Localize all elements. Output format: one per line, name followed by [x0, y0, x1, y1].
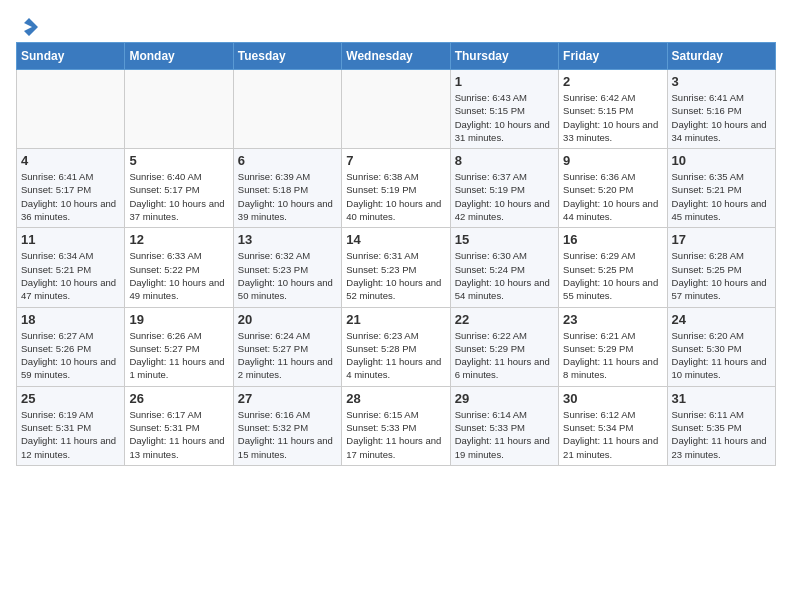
- week-row-1: 1Sunrise: 6:43 AMSunset: 5:15 PMDaylight…: [17, 70, 776, 149]
- calendar-cell: [342, 70, 450, 149]
- calendar-cell: 23Sunrise: 6:21 AMSunset: 5:29 PMDayligh…: [559, 307, 667, 386]
- day-info: Sunrise: 6:11 AMSunset: 5:35 PMDaylight:…: [672, 408, 771, 461]
- calendar-cell: 4Sunrise: 6:41 AMSunset: 5:17 PMDaylight…: [17, 149, 125, 228]
- day-info: Sunrise: 6:38 AMSunset: 5:19 PMDaylight:…: [346, 170, 445, 223]
- day-number: 25: [21, 391, 120, 406]
- day-info: Sunrise: 6:21 AMSunset: 5:29 PMDaylight:…: [563, 329, 662, 382]
- day-info: Sunrise: 6:43 AMSunset: 5:15 PMDaylight:…: [455, 91, 554, 144]
- logo: [16, 16, 40, 34]
- calendar-cell: 16Sunrise: 6:29 AMSunset: 5:25 PMDayligh…: [559, 228, 667, 307]
- day-info: Sunrise: 6:29 AMSunset: 5:25 PMDaylight:…: [563, 249, 662, 302]
- calendar-cell: 26Sunrise: 6:17 AMSunset: 5:31 PMDayligh…: [125, 386, 233, 465]
- day-info: Sunrise: 6:39 AMSunset: 5:18 PMDaylight:…: [238, 170, 337, 223]
- day-info: Sunrise: 6:35 AMSunset: 5:21 PMDaylight:…: [672, 170, 771, 223]
- day-info: Sunrise: 6:20 AMSunset: 5:30 PMDaylight:…: [672, 329, 771, 382]
- day-number: 3: [672, 74, 771, 89]
- day-number: 4: [21, 153, 120, 168]
- calendar-cell: 25Sunrise: 6:19 AMSunset: 5:31 PMDayligh…: [17, 386, 125, 465]
- day-number: 20: [238, 312, 337, 327]
- day-header-saturday: Saturday: [667, 43, 775, 70]
- day-info: Sunrise: 6:34 AMSunset: 5:21 PMDaylight:…: [21, 249, 120, 302]
- calendar-cell: 10Sunrise: 6:35 AMSunset: 5:21 PMDayligh…: [667, 149, 775, 228]
- day-info: Sunrise: 6:15 AMSunset: 5:33 PMDaylight:…: [346, 408, 445, 461]
- day-number: 19: [129, 312, 228, 327]
- day-info: Sunrise: 6:14 AMSunset: 5:33 PMDaylight:…: [455, 408, 554, 461]
- day-info: Sunrise: 6:28 AMSunset: 5:25 PMDaylight:…: [672, 249, 771, 302]
- day-header-monday: Monday: [125, 43, 233, 70]
- calendar-cell: 19Sunrise: 6:26 AMSunset: 5:27 PMDayligh…: [125, 307, 233, 386]
- calendar-cell: 9Sunrise: 6:36 AMSunset: 5:20 PMDaylight…: [559, 149, 667, 228]
- calendar-cell: 21Sunrise: 6:23 AMSunset: 5:28 PMDayligh…: [342, 307, 450, 386]
- calendar-cell: 1Sunrise: 6:43 AMSunset: 5:15 PMDaylight…: [450, 70, 558, 149]
- day-number: 1: [455, 74, 554, 89]
- calendar-cell: 28Sunrise: 6:15 AMSunset: 5:33 PMDayligh…: [342, 386, 450, 465]
- day-info: Sunrise: 6:32 AMSunset: 5:23 PMDaylight:…: [238, 249, 337, 302]
- calendar-cell: 27Sunrise: 6:16 AMSunset: 5:32 PMDayligh…: [233, 386, 341, 465]
- calendar-cell: [233, 70, 341, 149]
- day-number: 18: [21, 312, 120, 327]
- day-info: Sunrise: 6:17 AMSunset: 5:31 PMDaylight:…: [129, 408, 228, 461]
- day-info: Sunrise: 6:41 AMSunset: 5:17 PMDaylight:…: [21, 170, 120, 223]
- week-row-4: 18Sunrise: 6:27 AMSunset: 5:26 PMDayligh…: [17, 307, 776, 386]
- day-number: 26: [129, 391, 228, 406]
- day-header-tuesday: Tuesday: [233, 43, 341, 70]
- day-number: 5: [129, 153, 228, 168]
- calendar-cell: 30Sunrise: 6:12 AMSunset: 5:34 PMDayligh…: [559, 386, 667, 465]
- week-row-5: 25Sunrise: 6:19 AMSunset: 5:31 PMDayligh…: [17, 386, 776, 465]
- day-info: Sunrise: 6:19 AMSunset: 5:31 PMDaylight:…: [21, 408, 120, 461]
- header-row: SundayMondayTuesdayWednesdayThursdayFrid…: [17, 43, 776, 70]
- day-info: Sunrise: 6:36 AMSunset: 5:20 PMDaylight:…: [563, 170, 662, 223]
- calendar-table: SundayMondayTuesdayWednesdayThursdayFrid…: [16, 42, 776, 466]
- day-header-thursday: Thursday: [450, 43, 558, 70]
- calendar-cell: 22Sunrise: 6:22 AMSunset: 5:29 PMDayligh…: [450, 307, 558, 386]
- calendar-cell: [125, 70, 233, 149]
- day-info: Sunrise: 6:16 AMSunset: 5:32 PMDaylight:…: [238, 408, 337, 461]
- day-info: Sunrise: 6:12 AMSunset: 5:34 PMDaylight:…: [563, 408, 662, 461]
- day-number: 7: [346, 153, 445, 168]
- day-number: 13: [238, 232, 337, 247]
- calendar-cell: 5Sunrise: 6:40 AMSunset: 5:17 PMDaylight…: [125, 149, 233, 228]
- logo-icon: [18, 16, 40, 38]
- day-info: Sunrise: 6:22 AMSunset: 5:29 PMDaylight:…: [455, 329, 554, 382]
- day-number: 15: [455, 232, 554, 247]
- day-info: Sunrise: 6:30 AMSunset: 5:24 PMDaylight:…: [455, 249, 554, 302]
- day-number: 17: [672, 232, 771, 247]
- day-number: 22: [455, 312, 554, 327]
- day-info: Sunrise: 6:40 AMSunset: 5:17 PMDaylight:…: [129, 170, 228, 223]
- day-number: 30: [563, 391, 662, 406]
- week-row-2: 4Sunrise: 6:41 AMSunset: 5:17 PMDaylight…: [17, 149, 776, 228]
- day-number: 6: [238, 153, 337, 168]
- day-number: 11: [21, 232, 120, 247]
- calendar-cell: 2Sunrise: 6:42 AMSunset: 5:15 PMDaylight…: [559, 70, 667, 149]
- day-info: Sunrise: 6:42 AMSunset: 5:15 PMDaylight:…: [563, 91, 662, 144]
- day-number: 21: [346, 312, 445, 327]
- calendar-cell: 17Sunrise: 6:28 AMSunset: 5:25 PMDayligh…: [667, 228, 775, 307]
- day-number: 12: [129, 232, 228, 247]
- day-header-sunday: Sunday: [17, 43, 125, 70]
- calendar-cell: 20Sunrise: 6:24 AMSunset: 5:27 PMDayligh…: [233, 307, 341, 386]
- day-number: 27: [238, 391, 337, 406]
- day-info: Sunrise: 6:23 AMSunset: 5:28 PMDaylight:…: [346, 329, 445, 382]
- day-info: Sunrise: 6:26 AMSunset: 5:27 PMDaylight:…: [129, 329, 228, 382]
- calendar-cell: 13Sunrise: 6:32 AMSunset: 5:23 PMDayligh…: [233, 228, 341, 307]
- day-header-wednesday: Wednesday: [342, 43, 450, 70]
- day-number: 14: [346, 232, 445, 247]
- day-number: 9: [563, 153, 662, 168]
- calendar-cell: 14Sunrise: 6:31 AMSunset: 5:23 PMDayligh…: [342, 228, 450, 307]
- calendar-cell: 15Sunrise: 6:30 AMSunset: 5:24 PMDayligh…: [450, 228, 558, 307]
- calendar-cell: 29Sunrise: 6:14 AMSunset: 5:33 PMDayligh…: [450, 386, 558, 465]
- calendar-cell: 6Sunrise: 6:39 AMSunset: 5:18 PMDaylight…: [233, 149, 341, 228]
- day-header-friday: Friday: [559, 43, 667, 70]
- day-number: 23: [563, 312, 662, 327]
- day-info: Sunrise: 6:27 AMSunset: 5:26 PMDaylight:…: [21, 329, 120, 382]
- day-number: 8: [455, 153, 554, 168]
- day-info: Sunrise: 6:33 AMSunset: 5:22 PMDaylight:…: [129, 249, 228, 302]
- svg-marker-0: [24, 18, 38, 36]
- calendar-cell: 7Sunrise: 6:38 AMSunset: 5:19 PMDaylight…: [342, 149, 450, 228]
- calendar-cell: 3Sunrise: 6:41 AMSunset: 5:16 PMDaylight…: [667, 70, 775, 149]
- calendar-cell: 24Sunrise: 6:20 AMSunset: 5:30 PMDayligh…: [667, 307, 775, 386]
- calendar-cell: [17, 70, 125, 149]
- calendar-cell: 18Sunrise: 6:27 AMSunset: 5:26 PMDayligh…: [17, 307, 125, 386]
- day-number: 16: [563, 232, 662, 247]
- day-number: 24: [672, 312, 771, 327]
